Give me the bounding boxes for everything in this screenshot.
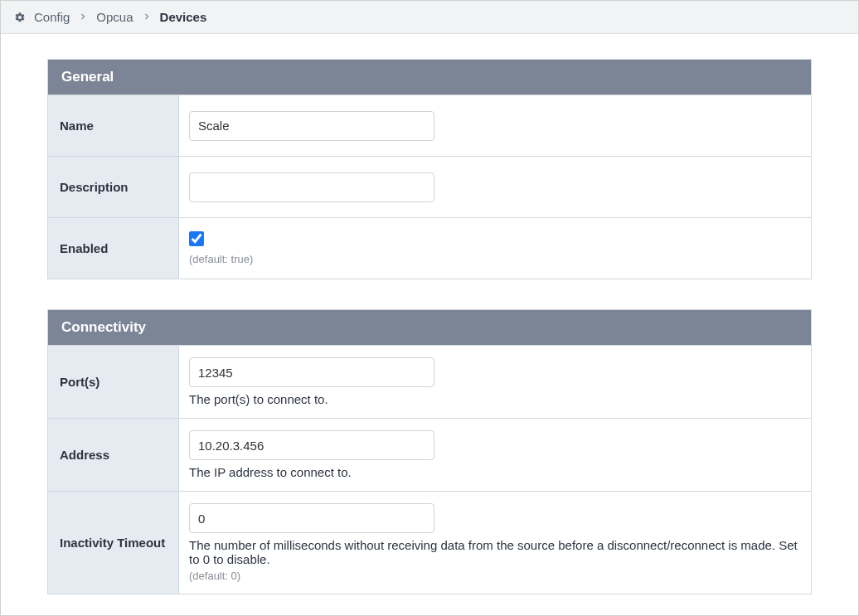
section-general: General Name Description Enabled (d — [47, 59, 812, 279]
row-enabled: Enabled (default: true) — [48, 217, 811, 279]
address-helper: The IP address to connect to. — [189, 465, 801, 479]
enabled-checkbox[interactable] — [189, 231, 204, 246]
name-input[interactable] — [189, 111, 434, 141]
label-inactivity: Inactivity Timeout — [48, 492, 179, 594]
row-inactivity: Inactivity Timeout The number of millise… — [48, 491, 811, 594]
breadcrumb-config[interactable]: Config — [34, 10, 70, 24]
description-input[interactable] — [189, 172, 434, 202]
label-enabled: Enabled — [48, 218, 179, 279]
row-ports: Port(s) The port(s) to connect to. — [48, 345, 811, 418]
chevron-right-icon — [78, 11, 88, 24]
inactivity-default-text: (default: 0) — [189, 570, 801, 582]
gear-icon — [14, 12, 26, 23]
chevron-right-icon — [142, 11, 152, 24]
inactivity-input[interactable] — [189, 503, 434, 533]
label-address: Address — [48, 419, 179, 491]
inactivity-helper: The number of milliseconds without recei… — [189, 538, 801, 566]
breadcrumb-opcua[interactable]: Opcua — [96, 10, 133, 24]
label-description: Description — [48, 157, 179, 217]
ports-helper: The port(s) to connect to. — [189, 392, 801, 406]
enabled-default-text: (default: true) — [189, 253, 253, 265]
row-address: Address The IP address to connect to. — [48, 418, 811, 491]
section-header-general: General — [48, 60, 811, 95]
section-header-connectivity: Connectivity — [48, 310, 811, 345]
section-connectivity: Connectivity Port(s) The port(s) to conn… — [47, 309, 812, 594]
breadcrumb-devices: Devices — [160, 10, 207, 24]
row-name: Name — [48, 95, 811, 156]
breadcrumb: Config Opcua Devices — [1, 1, 858, 34]
address-input[interactable] — [189, 430, 434, 460]
row-description: Description — [48, 156, 811, 217]
ports-input[interactable] — [189, 357, 434, 387]
label-ports: Port(s) — [48, 346, 179, 418]
label-name: Name — [48, 95, 179, 156]
